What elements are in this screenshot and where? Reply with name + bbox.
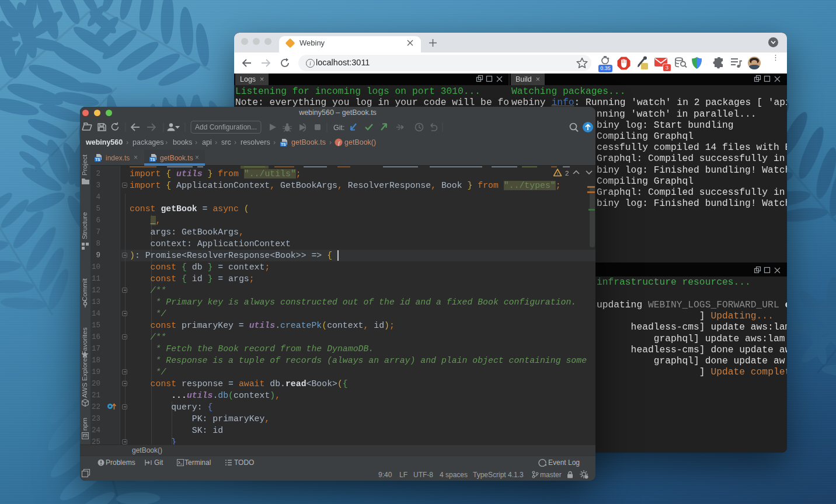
- svg-text:!: !: [557, 171, 558, 176]
- svg-text:2: 2: [565, 170, 569, 177]
- svg-text:TS: TS: [150, 158, 155, 162]
- svg-text:TS: TS: [281, 142, 286, 146]
- svg-text:Git:: Git:: [333, 124, 344, 132]
- svg-text:TS: TS: [95, 158, 100, 162]
- svg-text:Add Configuration...: Add Configuration...: [195, 123, 257, 131]
